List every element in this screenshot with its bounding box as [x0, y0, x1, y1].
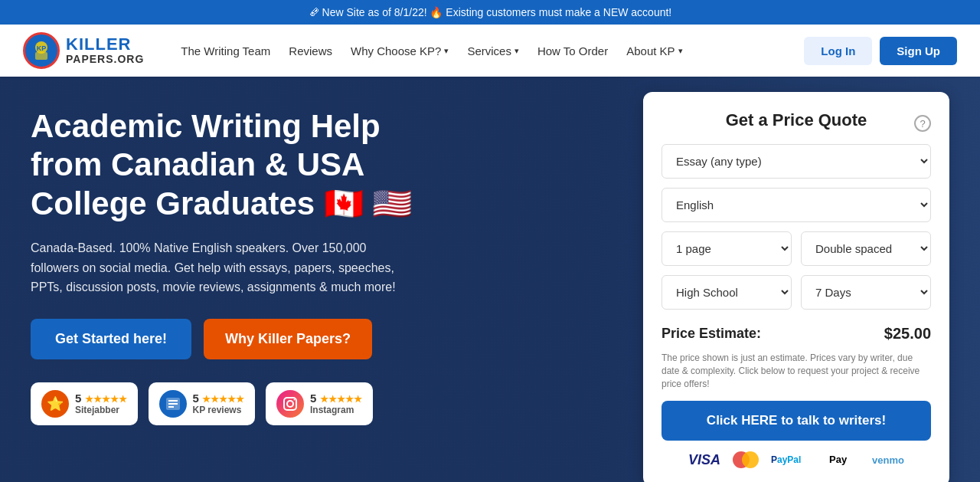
chevron-down-icon: ▾	[514, 46, 519, 56]
nav-writing-team[interactable]: The Writing Team	[175, 40, 276, 62]
signup-button[interactable]: Sign Up	[880, 37, 957, 65]
instagram-label: Instagram	[310, 405, 362, 415]
svg-text:P: P	[771, 454, 777, 465]
why-killer-papers-button[interactable]: Why Killer Papers?	[204, 319, 372, 359]
paypal-icon: P ayPal	[771, 452, 817, 468]
sitejabber-score: 5	[75, 392, 81, 405]
instagram-score: 5	[310, 392, 316, 405]
paper-type-select[interactable]: Essay (any type) Research Paper Term Pap…	[662, 144, 931, 179]
language-select[interactable]: English French Spanish	[662, 188, 931, 222]
kp-reviews-badge: 5 ★★★★★ KP reviews	[149, 382, 256, 425]
hero-subtitle: Canada-Based. 100% Native English speake…	[31, 238, 413, 297]
deadline-select[interactable]: 7 Days 5 Days 3 Days 2 Days 24 Hours 12 …	[801, 275, 931, 310]
banner-text: 🗞 New Site as of 8/1/22! 🔥 Existing cust…	[309, 6, 672, 18]
svg-text:ayPal: ayPal	[777, 454, 801, 465]
chevron-down-icon: ▾	[444, 46, 449, 56]
hero-section: Academic Writing Help from Canadian & US…	[0, 77, 980, 482]
help-icon[interactable]: ?	[914, 115, 931, 132]
sitejabber-icon: ⭐	[41, 390, 69, 418]
svg-point-9	[294, 398, 296, 400]
nav-services[interactable]: Services ▾	[461, 40, 525, 62]
sitejabber-badge: ⭐ 5 ★★★★★ Sitejabber	[31, 382, 138, 425]
pages-spacing-row: 1 page 2 pages 3 pages 5 pages 10 pages …	[662, 231, 931, 266]
instagram-icon	[276, 390, 304, 418]
spacing-select[interactable]: Double spaced Single spaced	[801, 231, 931, 266]
widget-title: Get a Price Quote	[662, 110, 931, 130]
site-header: KP KILLER PAPERS.ORG The Writing Team Re…	[0, 25, 980, 77]
chevron-down-icon: ▾	[678, 46, 683, 56]
price-estimate-value: $25.00	[884, 325, 931, 343]
talk-to-writers-button[interactable]: Click HERE to talk to writers!	[662, 401, 931, 441]
get-started-button[interactable]: Get Started here!	[31, 319, 191, 359]
instagram-badge: 5 ★★★★★ Instagram	[266, 382, 373, 425]
nav-reviews[interactable]: Reviews	[283, 40, 338, 62]
payment-methods: VISA P ayPal Pay venmo	[662, 451, 931, 468]
level-deadline-row: High School Undergraduate Master PhD 7 D…	[662, 275, 931, 310]
price-note: The price shown is just an estimate. Pri…	[662, 352, 931, 390]
nav-why-kp[interactable]: Why Choose KP? ▾	[345, 40, 455, 62]
svg-rect-1	[35, 52, 47, 60]
sitejabber-label: Sitejabber	[75, 405, 127, 415]
site-logo[interactable]: KP KILLER PAPERS.ORG	[23, 32, 144, 69]
kp-reviews-label: KP reviews	[193, 405, 245, 415]
nav-about-kp[interactable]: About KP ▾	[620, 40, 688, 62]
nav-how-to-order[interactable]: How To Order	[531, 40, 614, 62]
visa-icon: VISA	[688, 452, 720, 468]
logo-text: KILLER PAPERS.ORG	[66, 35, 144, 66]
hero-title: Academic Writing Help from Canadian & US…	[31, 107, 429, 223]
svg-text:KP: KP	[37, 44, 47, 52]
hero-content: Academic Writing Help from Canadian & US…	[0, 77, 459, 456]
svg-point-8	[287, 401, 293, 407]
review-badges: ⭐ 5 ★★★★★ Sitejabber	[31, 382, 429, 425]
kp-reviews-icon	[159, 390, 187, 418]
header-auth-buttons: Log In Sign Up	[804, 37, 957, 65]
price-quote-widget: Get a Price Quote ? Essay (any type) Res…	[643, 92, 949, 482]
mastercard-icon	[733, 451, 759, 468]
price-estimate-label: Price Estimate:	[662, 326, 761, 342]
logo-killer: KILLER	[66, 35, 144, 54]
academic-level-select[interactable]: High School Undergraduate Master PhD	[662, 275, 792, 310]
svg-text:Pay: Pay	[829, 454, 848, 465]
price-estimate-row: Price Estimate: $25.00	[662, 319, 931, 349]
logo-icon: KP	[23, 32, 60, 69]
hero-cta-buttons: Get Started here! Why Killer Papers?	[31, 319, 429, 359]
kp-reviews-score: 5	[193, 392, 199, 405]
pages-select[interactable]: 1 page 2 pages 3 pages 5 pages 10 pages	[662, 231, 792, 266]
logo-papers: PAPERS.ORG	[66, 54, 144, 65]
announcement-banner: 🗞 New Site as of 8/1/22! 🔥 Existing cust…	[0, 0, 980, 25]
venmo-icon: venmo	[872, 454, 904, 466]
apple-pay-icon: Pay	[829, 452, 860, 468]
main-nav: The Writing Team Reviews Why Choose KP? …	[175, 40, 804, 62]
login-button[interactable]: Log In	[804, 37, 872, 65]
